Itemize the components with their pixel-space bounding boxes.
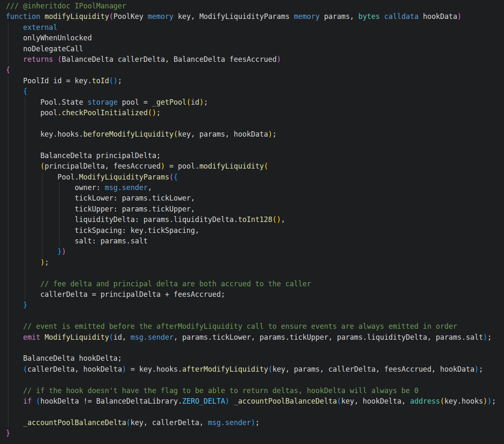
code-line[interactable]: external bbox=[6, 22, 504, 33]
code-token: ) bbox=[483, 333, 487, 341]
code-token: key.hooks bbox=[444, 397, 483, 405]
indent-guide bbox=[8, 407, 8, 417]
indent-guide bbox=[59, 204, 60, 214]
code-line[interactable] bbox=[6, 375, 504, 385]
code-line[interactable]: Pool.State storage pool = _getPool(id); bbox=[6, 97, 504, 108]
code-line[interactable] bbox=[6, 343, 504, 353]
code-line[interactable]: PoolId id = key.toId(); bbox=[6, 76, 504, 86]
indent-guide bbox=[8, 386, 8, 396]
code-line[interactable]: Pool.ModifyLiquidityParams({ bbox=[6, 172, 504, 182]
code-line[interactable]: BalanceDelta hookDelta; bbox=[6, 353, 504, 364]
code-token: , bbox=[281, 215, 285, 224]
code-token: msg.sender bbox=[131, 333, 173, 341]
code-line[interactable]: // if the hook doesn't have the flag to … bbox=[6, 386, 504, 396]
indent-guide bbox=[8, 97, 8, 108]
indent-guide bbox=[8, 375, 8, 385]
code-line[interactable]: }) bbox=[6, 246, 504, 257]
indent-guide bbox=[25, 289, 25, 300]
code-line[interactable]: liquidityDelta: params.liquidityDelta.to… bbox=[6, 214, 504, 225]
code-line[interactable]: callerDelta = principalDelta + feesAccru… bbox=[6, 289, 504, 300]
code-token: ; bbox=[204, 98, 208, 106]
code-line[interactable]: (callerDelta, hookDelta) = key.hooks.aft… bbox=[6, 364, 504, 375]
code-line[interactable]: noDelegateCall bbox=[6, 44, 504, 54]
code-line[interactable]: onlyWhenUnlocked bbox=[6, 33, 504, 43]
code-token: ModifyLiquidity bbox=[45, 333, 109, 341]
code-line[interactable]: if (hookDelta != BalanceDeltaLibrary.ZER… bbox=[6, 396, 504, 407]
code-token bbox=[229, 397, 234, 405]
code-line[interactable] bbox=[6, 268, 504, 278]
code-token: storage bbox=[87, 98, 118, 106]
code-token: ( bbox=[268, 365, 272, 373]
indent-guide bbox=[8, 268, 8, 278]
code-line[interactable]: _accountPoolBalanceDelta(key, callerDelt… bbox=[6, 418, 504, 428]
indent-guide bbox=[42, 193, 42, 204]
code-line[interactable] bbox=[6, 140, 504, 150]
indent-guide bbox=[25, 182, 25, 193]
code-line[interactable]: tickLower: params.tickLower, bbox=[6, 193, 504, 204]
code-token: ) bbox=[122, 365, 126, 373]
code-line[interactable]: /// @inheritdoc IPoolManager bbox=[6, 1, 504, 11]
code-token: ) bbox=[457, 12, 462, 21]
code-editor[interactable]: /// @inheritdoc IPoolManagerfunction mod… bbox=[0, 0, 504, 444]
code-line[interactable]: { bbox=[6, 65, 504, 75]
indent-guide bbox=[25, 257, 25, 268]
code-line[interactable] bbox=[6, 118, 504, 129]
code-token bbox=[6, 418, 23, 427]
code-line[interactable] bbox=[6, 407, 504, 417]
code-line[interactable]: // fee delta and principal delta are bot… bbox=[6, 279, 504, 289]
code-token: toInt128 bbox=[238, 215, 273, 224]
code-token: ) bbox=[200, 98, 204, 106]
code-line[interactable]: } bbox=[6, 300, 504, 310]
code-line[interactable]: (principalDelta, feesAccrued) = pool.mod… bbox=[6, 161, 504, 172]
indent-guide bbox=[8, 204, 8, 214]
code-line[interactable]: { bbox=[6, 86, 504, 97]
indent-guide bbox=[42, 204, 42, 214]
code-line[interactable]: emit ModifyLiquidity(id, msg.sender, par… bbox=[6, 332, 504, 343]
code-token: owner: bbox=[6, 183, 105, 192]
code-token: () bbox=[148, 108, 156, 117]
code-token: ) bbox=[277, 55, 281, 63]
code-line[interactable]: // event is emitted before the afterModi… bbox=[6, 321, 504, 332]
code-token: ) bbox=[475, 365, 479, 373]
code-line[interactable]: returns (BalanceDelta callerDelta, Balan… bbox=[6, 54, 504, 65]
code-token: modifyLiquidity bbox=[200, 162, 264, 170]
indent-guide bbox=[8, 364, 8, 375]
code-line[interactable]: owner: msg.sender, bbox=[6, 182, 504, 193]
code-token: /// @inheritdoc IPoolManager bbox=[6, 2, 126, 10]
indent-guide bbox=[25, 108, 25, 118]
code-token: () bbox=[109, 77, 118, 85]
code-token: { bbox=[23, 87, 27, 95]
code-line[interactable]: } bbox=[6, 428, 504, 439]
indent-guide bbox=[8, 279, 8, 289]
indent-guide bbox=[8, 54, 8, 65]
indent-guide bbox=[8, 172, 8, 182]
indent-guide bbox=[8, 332, 8, 343]
code-token: key, callerDelta, bbox=[131, 418, 208, 427]
code-token: address bbox=[410, 397, 440, 405]
code-token: function bbox=[6, 12, 45, 21]
code-line[interactable]: BalanceDelta principalDelta; bbox=[6, 151, 504, 161]
code-token: ( bbox=[337, 397, 341, 405]
code-token: checkPoolInitialized bbox=[62, 108, 148, 117]
code-token: memory bbox=[148, 12, 173, 21]
code-line[interactable]: tickSpacing: key.tickSpacing, bbox=[6, 225, 504, 236]
code-line[interactable]: ); bbox=[6, 257, 504, 268]
code-token: if bbox=[6, 397, 36, 405]
code-line[interactable]: function modifyLiquidity(PoolKey memory … bbox=[6, 11, 504, 22]
code-token: ) bbox=[40, 258, 45, 267]
indent-guide bbox=[8, 289, 8, 300]
indent-guide bbox=[8, 311, 8, 321]
code-line[interactable]: pool.checkPoolInitialized(); bbox=[6, 108, 504, 118]
code-line[interactable]: salt: params.salt bbox=[6, 236, 504, 246]
indent-guide bbox=[25, 214, 25, 225]
code-token: PoolId id = key. bbox=[6, 77, 92, 85]
code-token: ZERO_DELTA bbox=[182, 397, 225, 405]
code-token: ( bbox=[58, 55, 62, 63]
code-token: onlyWhenUnlocked bbox=[6, 34, 92, 42]
code-token: liquidityDelta: params.liquidityDelta. bbox=[6, 215, 238, 224]
code-token: modifyLiquidity bbox=[45, 12, 109, 21]
code-line[interactable]: tickUpper: params.tickUpper, bbox=[6, 204, 504, 214]
code-line[interactable] bbox=[6, 311, 504, 321]
code-token: ( bbox=[126, 418, 131, 427]
code-line[interactable]: key.hooks.beforeModifyLiquidity(key, par… bbox=[6, 129, 504, 140]
